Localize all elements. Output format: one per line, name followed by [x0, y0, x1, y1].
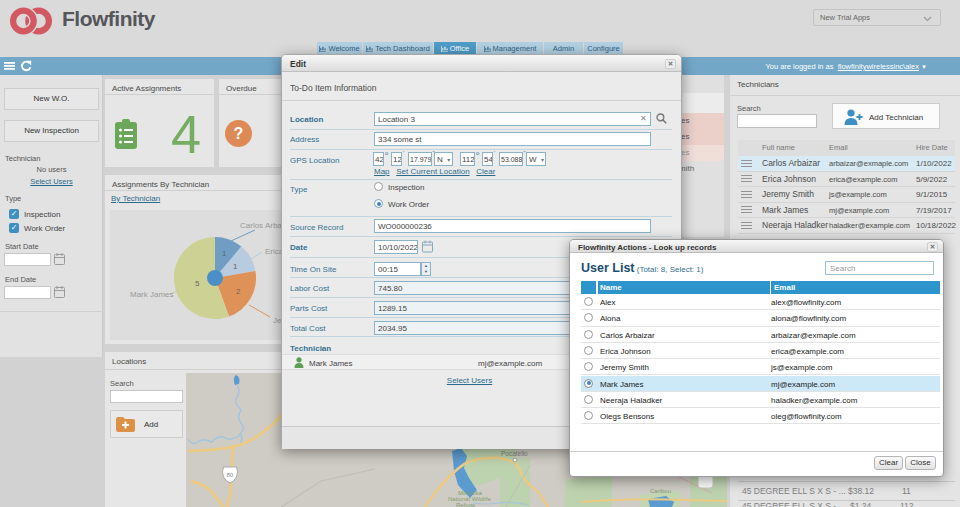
svg-text:Mark James: Mark James: [130, 290, 174, 299]
svg-text:Refuge: Refuge: [456, 502, 476, 507]
svg-text:Pocatello: Pocatello: [501, 450, 528, 457]
svg-text:1: 1: [233, 262, 238, 271]
svg-text:2: 2: [236, 287, 241, 296]
svg-text:Caribou: Caribou: [650, 488, 671, 494]
svg-text:1: 1: [222, 249, 227, 258]
svg-text:80: 80: [227, 472, 234, 478]
svg-text:5: 5: [195, 279, 200, 288]
